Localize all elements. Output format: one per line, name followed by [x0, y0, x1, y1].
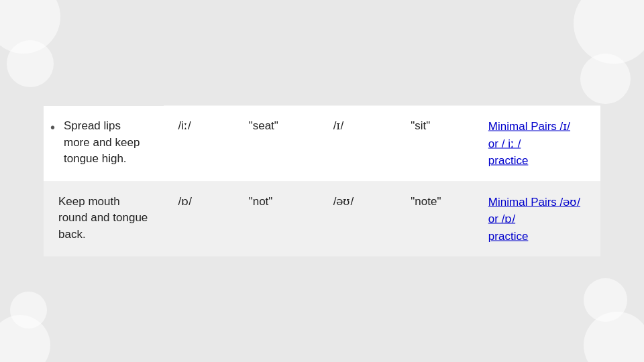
row1-word2: "sit" — [411, 119, 430, 132]
bubble-decoration — [580, 54, 631, 104]
row1-word1: "seat" — [249, 119, 278, 132]
symbol2-cell: /əʊ/ — [319, 181, 396, 257]
row2-symbol1: /ɒ/ — [178, 194, 192, 207]
row2-word2: "note" — [411, 194, 441, 207]
row2-link2[interactable]: or /ɒ/ — [488, 210, 586, 228]
word2-cell: "sit" — [396, 106, 474, 182]
row2-description: Keep mouth round and tongue back. — [58, 194, 148, 240]
link-cell[interactable]: Minimal Pairs /əʊ/ or /ɒ/ practice — [474, 181, 600, 257]
row1-description: Spread lips more and keep tongue high. — [64, 119, 140, 165]
word1-cell: "not" — [234, 181, 319, 257]
table-row: Spread lips more and keep tongue high. /… — [44, 106, 600, 182]
row2-link1[interactable]: Minimal Pairs /əʊ/ — [488, 193, 586, 210]
description-cell: Spread lips more and keep tongue high. — [44, 106, 164, 182]
bubble-decoration — [7, 40, 54, 87]
symbol1-cell: /iː/ — [164, 106, 234, 182]
row1-link2[interactable]: or / iː / — [488, 135, 586, 152]
description-cell: Keep mouth round and tongue back. — [44, 181, 164, 257]
word2-cell: "note" — [396, 181, 474, 257]
row1-symbol2: /ɪ/ — [333, 119, 343, 132]
link-cell[interactable]: Minimal Pairs /ɪ/ or / iː / practice — [474, 106, 600, 182]
row1-link3[interactable]: practice — [488, 152, 586, 170]
symbol2-cell: /ɪ/ — [319, 106, 396, 182]
bubble-decoration — [584, 278, 627, 322]
bubble-decoration — [10, 292, 47, 328]
symbol1-cell: /ɒ/ — [164, 181, 234, 257]
row1-link1[interactable]: Minimal Pairs /ɪ/ — [488, 118, 586, 135]
row2-link3[interactable]: practice — [488, 227, 586, 245]
main-table-container: Spread lips more and keep tongue high. /… — [44, 106, 600, 257]
row2-word1: "not" — [249, 194, 273, 207]
table-row: Keep mouth round and tongue back. /ɒ/ "n… — [44, 181, 600, 257]
row2-symbol2: /əʊ/ — [333, 194, 354, 207]
phonics-table: Spread lips more and keep tongue high. /… — [44, 106, 600, 257]
row1-symbol1: /iː/ — [178, 119, 191, 132]
word1-cell: "seat" — [234, 106, 319, 182]
